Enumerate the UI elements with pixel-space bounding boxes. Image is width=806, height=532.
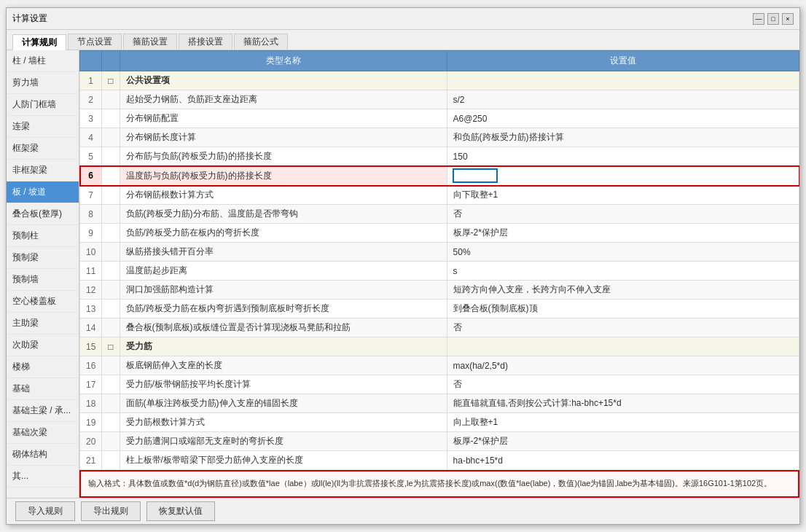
table-row[interactable]: 5分布筋与负筋(跨板受力筋)的搭接长度150 [80, 147, 799, 166]
table-row[interactable]: 10纵筋搭接头错开百分率50% [80, 243, 799, 262]
sidebar-item-1[interactable]: 剪力墙 [7, 72, 79, 94]
tab-splice-settings[interactable]: 搭接设置 [179, 34, 232, 50]
row-number: 6 [80, 166, 102, 186]
maximize-button[interactable]: □ [767, 13, 779, 25]
import-rules-button[interactable]: 导入规则 [15, 501, 75, 521]
tab-stirrup-settings[interactable]: 箍筋设置 [123, 34, 177, 50]
sidebar-item-15[interactable]: 基础 [7, 378, 79, 400]
table-row[interactable]: 8负筋(跨板受力筋)分布筋、温度筋是否带弯钩否 [80, 205, 799, 224]
sidebar-item-11[interactable]: 空心楼盖板 [7, 291, 79, 313]
table-row[interactable]: 6温度筋与负筋(跨板受力筋)的搭接长度 [80, 166, 799, 186]
table-row[interactable]: 12洞口加强筋部构造计算短跨方向伸入支座，长跨方向不伸入支座 [80, 281, 799, 300]
row-number: 8 [80, 205, 102, 224]
row-name: 板底钢筋伸入支座的长度 [120, 356, 447, 375]
col-expand-header [102, 51, 120, 71]
table-row[interactable]: 21柱上板带/板带暗梁下部受力筋伸入支座的长度ha-bhc+15*d [80, 451, 799, 470]
row-value[interactable]: 板厚-2*保护层 [447, 432, 799, 451]
tab-node-settings[interactable]: 节点设置 [68, 34, 122, 50]
table-row[interactable]: 14叠合板(预制底板)或板缝位置是否计算现浇板马凳筋和拉筋否 [80, 318, 799, 337]
sidebar-item-19[interactable]: 其... [7, 466, 79, 488]
row-value[interactable]: 向上取整+1 [447, 413, 799, 432]
sidebar-item-12[interactable]: 主助梁 [7, 313, 79, 335]
expand-icon[interactable]: □ [102, 71, 120, 90]
row-value[interactable]: 150 [447, 147, 799, 166]
sidebar-item-16[interactable]: 基础主梁 / 承... [7, 400, 79, 422]
minimize-button[interactable]: — [753, 13, 764, 25]
row-value[interactable]: A6@250 [447, 109, 799, 128]
row-number: 21 [80, 451, 102, 470]
sidebar-item-10[interactable]: 预制墙 [7, 269, 79, 291]
sidebar-item-17[interactable]: 基础次梁 [7, 422, 79, 444]
row-number: 1 [80, 71, 102, 90]
table-row[interactable]: 4分布钢筋长度计算和负筋(跨板受力筋)搭接计算 [80, 128, 799, 147]
sidebar-item-18[interactable]: 砌体结构 [7, 444, 79, 466]
table-row[interactable]: 11温度筋起步距离s [80, 262, 799, 281]
sidebar-item-14[interactable]: 楼梯 [7, 356, 79, 378]
table-row[interactable]: 1□公共设置项 [80, 71, 799, 90]
row-value[interactable] [447, 71, 799, 90]
row-value[interactable]: 到叠合板(预制底板)顶 [447, 300, 799, 318]
expand-icon [102, 186, 120, 205]
table-row[interactable]: 3分布钢筋配置A6@250 [80, 109, 799, 128]
row-value[interactable]: ha-bhc+15*d [447, 451, 799, 470]
row-name: 负筋/跨板受力筋在板内弯折遇到预制底板时弯折长度 [120, 300, 447, 318]
row-value[interactable]: 和负筋(跨板受力筋)搭接计算 [447, 128, 799, 147]
sidebar-item-9[interactable]: 预制梁 [7, 247, 79, 269]
sidebar-item-0[interactable]: 柱 / 墙柱 [7, 50, 79, 72]
row-value[interactable]: 短跨方向伸入支座，长跨方向不伸入支座 [447, 281, 799, 300]
table-row[interactable]: 2起始受力钢筋、负筋距支座边距离s/2 [80, 90, 799, 109]
sidebar-item-2[interactable]: 人防门框墙 [7, 94, 79, 116]
table-container[interactable]: 类型名称 设置值 1□公共设置项2起始受力钢筋、负筋距支座边距离s/23分布钢筋… [79, 50, 799, 470]
expand-icon[interactable]: □ [102, 337, 120, 356]
sidebar-item-7[interactable]: 叠合板(整厚) [7, 203, 79, 225]
expand-icon [102, 224, 120, 243]
table-row[interactable]: 16板底钢筋伸入支座的长度max(ha/2,5*d) [80, 356, 799, 375]
expand-icon [102, 394, 120, 413]
row-name: 温度筋起步距离 [120, 262, 447, 281]
table-row[interactable]: 17受力筋/板带钢筋按平均长度计算否 [80, 375, 799, 394]
tab-calc-rules[interactable]: 计算规则 [12, 34, 66, 50]
table-row[interactable]: 18面筋(单板注跨板受力筋)伸入支座的锚固长度能直锚就直锚,否则按公式计算:ha… [80, 394, 799, 413]
row-value[interactable]: 否 [447, 205, 799, 224]
row-value[interactable]: max(ha/2,5*d) [447, 356, 799, 375]
sidebar-item-8[interactable]: 预制柱 [7, 225, 79, 247]
sidebar-item-5[interactable]: 非框架梁 [7, 160, 79, 181]
row-number: 4 [80, 128, 102, 147]
sidebar-item-3[interactable]: 连梁 [7, 116, 79, 138]
row-number: 9 [80, 224, 102, 243]
close-button[interactable]: × [782, 13, 794, 25]
row-value[interactable]: 50% [447, 243, 799, 262]
table-row[interactable]: 20受力筋遭洞口或端部无支座时的弯折长度板厚-2*保护层 [80, 432, 799, 451]
export-rules-button[interactable]: 导出规则 [81, 501, 141, 521]
table-row[interactable]: 19受力筋根数计算方式向上取整+1 [80, 413, 799, 432]
row-value[interactable]: 否 [447, 375, 799, 394]
row-value[interactable]: 向下取整+1 [447, 186, 799, 205]
expand-icon [102, 128, 120, 147]
row-value[interactable]: 板厚-2*保护层 [447, 224, 799, 243]
row-value[interactable]: s [447, 262, 799, 281]
expand-icon [102, 262, 120, 281]
info-text: 输入格式：具体数值或数值*d(d为钢筋直径)或数值*lae（labe）或ll(l… [88, 479, 772, 488]
sidebar-item-4[interactable]: 框架梁 [7, 138, 79, 160]
window-controls: — □ × [753, 13, 794, 25]
table-row[interactable]: 9负筋/跨板受力筋在板内的弯折长度板厚-2*保护层 [80, 224, 799, 243]
row-value[interactable] [447, 166, 799, 186]
restore-defaults-button[interactable]: 恢复默认值 [146, 501, 215, 521]
row-value[interactable]: 否 [447, 318, 799, 337]
table-row[interactable]: 7分布钢筋根数计算方式向下取整+1 [80, 186, 799, 205]
tab-stirrup-formula[interactable]: 箍筋公式 [234, 34, 288, 50]
row-value[interactable] [447, 337, 799, 356]
row-name: 叠合板(预制底板)或板缝位置是否计算现浇板马凳筋和拉筋 [120, 318, 447, 337]
row-6-input[interactable] [453, 169, 497, 182]
sidebar-item-6[interactable]: 板 / 坡道 [7, 181, 79, 203]
row-name: 温度筋与负筋(跨板受力筋)的搭接长度 [120, 166, 447, 186]
table-row[interactable]: 15□受力筋 [80, 337, 799, 356]
table-row[interactable]: 13负筋/跨板受力筋在板内弯折遇到预制底板时弯折长度到叠合板(预制底板)顶 [80, 300, 799, 318]
row-number: 3 [80, 109, 102, 128]
sidebar-item-13[interactable]: 次助梁 [7, 335, 79, 356]
row-value[interactable]: s/2 [447, 90, 799, 109]
row-value[interactable]: 能直锚就直锚,否则按公式计算:ha-bhc+15*d [447, 394, 799, 413]
row-name: 公共设置项 [120, 71, 447, 90]
row-name: 分布钢筋配置 [120, 109, 447, 128]
row-number: 7 [80, 186, 102, 205]
